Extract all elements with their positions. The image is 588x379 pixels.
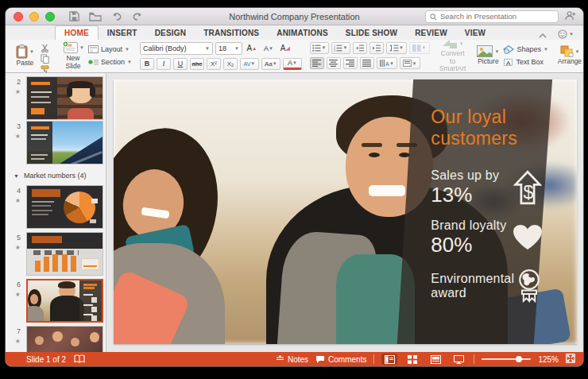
thumbnail-item-2[interactable]: 2 ★ [6, 76, 106, 120]
bullets-button[interactable]: ▼ [310, 42, 329, 54]
slide-thumbnail[interactable] [26, 185, 103, 229]
stat-loyalty[interactable]: Brand loyalty 80% [431, 219, 544, 256]
section-header-market-numbers[interactable]: ▼ Market numbers (4) [14, 172, 86, 180]
slide-thumbnail-panel: 2 ★ [6, 73, 106, 352]
justify-button[interactable] [360, 57, 374, 69]
thumbnail-item-4[interactable]: 4 ★ [6, 185, 106, 229]
comments-icon [315, 355, 325, 363]
slide-thumbnail[interactable] [26, 232, 103, 276]
feedback-smiley-icon[interactable]: ▼ [558, 29, 574, 39]
strikethrough-button[interactable]: abc [190, 58, 204, 70]
paste-button[interactable]: ▼ Paste [14, 44, 36, 68]
notes-toggle[interactable]: Notes [276, 355, 308, 364]
tab-design[interactable]: DESIGN [146, 26, 195, 40]
thumbnail-item-7[interactable]: 7 ★ [6, 326, 106, 352]
italic-button[interactable]: I [157, 58, 171, 70]
slide-thumbnail[interactable] [26, 121, 103, 164]
tab-animations[interactable]: ANIMATIONS [268, 26, 337, 40]
align-left-button[interactable] [310, 57, 324, 69]
collapse-ribbon-icon[interactable] [539, 27, 547, 41]
grow-font-button[interactable]: A▲ [245, 42, 259, 54]
ribbon-group-paragraph: ▼ 123 ▼ ▼ ▼ [306, 41, 434, 70]
convert-to-smartart-button[interactable]: ▼ Convert toSmartArt [438, 37, 468, 73]
shapes-button[interactable]: Shapes▼ [503, 45, 547, 54]
slide-show-button[interactable] [451, 354, 466, 365]
numbering-button[interactable]: 123 ▼ [331, 42, 350, 54]
animation-star-icon: ★ [15, 244, 21, 251]
shrink-font-button[interactable]: A▼ [261, 42, 276, 54]
search-input[interactable] [440, 12, 554, 21]
slide-sorter-view-button[interactable] [404, 354, 420, 365]
line-spacing-button[interactable]: ▼ [386, 42, 407, 54]
thumbnail-item-5[interactable]: 5 ★ [6, 232, 106, 276]
save-icon[interactable] [69, 11, 79, 21]
undo-icon[interactable] [111, 12, 122, 21]
tab-transitions[interactable]: TRANSITIONS [195, 26, 268, 40]
tab-insert[interactable]: INSERT [99, 26, 146, 40]
search-box[interactable] [425, 10, 559, 23]
increase-indent-button[interactable] [369, 42, 384, 54]
zoom-window-button[interactable] [45, 12, 55, 21]
slide-show-icon [454, 355, 464, 364]
text-direction-button[interactable]: A ▼ [377, 57, 397, 69]
slide-number: 2 [17, 78, 21, 86]
columns-button[interactable]: ▼ [409, 42, 430, 54]
tab-home[interactable]: HOME [55, 25, 99, 40]
layout-button[interactable]: Layout▼ [88, 45, 132, 53]
align-right-button[interactable] [343, 57, 358, 69]
align-center-button[interactable] [327, 57, 341, 69]
font-name-combo[interactable]: Calibri (Body)▼ [140, 42, 213, 55]
text-box-button[interactable]: A Text Box [503, 58, 547, 67]
slide-sorter-icon [408, 355, 417, 364]
dollar-arrow-icon: $ [511, 170, 544, 205]
section-button[interactable]: Section▼ [88, 58, 132, 66]
section-collapse-icon[interactable]: ▼ [14, 173, 19, 179]
ribbon-group-font: Calibri (Body)▼ 18▼ A▲ A▼ A◢ B I U abc X… [136, 41, 306, 70]
character-spacing-button[interactable]: AV▼ [240, 58, 259, 70]
slide-thumbnail-selected[interactable] [26, 279, 103, 323]
picture-button[interactable]: ▼ Picture [475, 44, 501, 66]
stat-award[interactable]: Environmental award [431, 269, 544, 304]
new-slide-button[interactable]: ▼ New Slide [60, 41, 86, 71]
stat-sales[interactable]: Sales up by 13% $ [431, 168, 544, 206]
tab-slide-show[interactable]: SLIDE SHOW [337, 26, 406, 40]
current-slide[interactable]: Our loyal customers Sales up by 13% $ Br… [114, 79, 577, 344]
open-folder-icon[interactable] [89, 12, 102, 21]
slide-title[interactable]: Our loyal customers [431, 106, 544, 149]
font-color-button[interactable]: A▼ [283, 58, 302, 70]
bold-button[interactable]: B [140, 58, 154, 70]
underline-button[interactable]: U [173, 58, 188, 70]
font-size-combo[interactable]: 18▼ [215, 42, 242, 55]
thumbnail-item-6-selected[interactable]: 6 ★ [6, 279, 106, 323]
powerpoint-window: Northwind Company Presentation HOME INSE… [6, 8, 583, 366]
zoom-level[interactable]: 125% [538, 355, 559, 364]
share-add-person-icon[interactable] [565, 10, 577, 24]
shapes-icon [503, 45, 514, 54]
arrange-button[interactable]: ▼ Arrange [556, 44, 583, 66]
copy-button[interactable] [38, 53, 52, 64]
slide-number: 3 [17, 122, 21, 130]
superscript-button[interactable]: X² [207, 58, 221, 70]
normal-view-button[interactable] [381, 354, 397, 365]
comments-toggle[interactable]: Comments [315, 355, 366, 364]
ribbon-group-format: ▼ Arrange ▼ QuickStyles ▼ ▼ [552, 41, 583, 70]
align-text-button[interactable]: ▼ [400, 57, 420, 69]
slide-number: 6 [17, 280, 21, 288]
reading-view-button[interactable] [427, 354, 443, 365]
cut-button[interactable] [38, 43, 52, 53]
minimize-window-button[interactable] [29, 12, 39, 21]
clear-formatting-button[interactable]: A◢ [278, 42, 292, 54]
decrease-indent-button[interactable] [353, 42, 367, 54]
zoom-slider-knob[interactable] [516, 356, 522, 362]
change-case-button[interactable]: Aa▼ [261, 58, 280, 70]
redo-icon[interactable] [132, 12, 143, 21]
thumbnail-item-3[interactable]: 3 ★ [6, 121, 106, 164]
titlebar: Northwind Company Presentation [6, 8, 583, 25]
outline-book-icon[interactable] [74, 354, 85, 365]
fit-slide-to-window-icon[interactable] [566, 354, 575, 365]
subscript-button[interactable]: X₂ [223, 58, 238, 70]
slide-thumbnail[interactable] [26, 76, 103, 120]
zoom-slider[interactable] [482, 354, 531, 364]
close-window-button[interactable] [14, 12, 23, 21]
slide-thumbnail[interactable] [26, 326, 103, 352]
